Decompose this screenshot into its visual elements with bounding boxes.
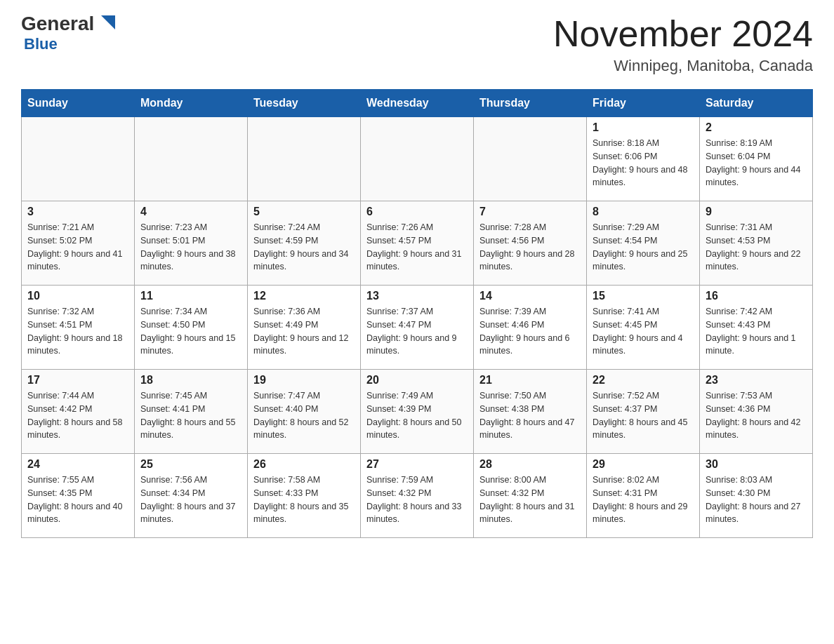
day-number: 24 <box>27 458 128 471</box>
day-info: Sunrise: 7:28 AM Sunset: 4:56 PM Dayligh… <box>479 221 581 274</box>
calendar-week-row: 24Sunrise: 7:55 AM Sunset: 4:35 PM Dayli… <box>22 454 813 538</box>
calendar-cell: 23Sunrise: 7:53 AM Sunset: 4:36 PM Dayli… <box>700 370 813 454</box>
day-info: Sunrise: 7:50 AM Sunset: 4:38 PM Dayligh… <box>479 389 581 442</box>
calendar-cell: 4Sunrise: 7:23 AM Sunset: 5:01 PM Daylig… <box>135 201 248 286</box>
day-number: 3 <box>27 206 128 218</box>
calendar-week-row: 1Sunrise: 8:18 AM Sunset: 6:06 PM Daylig… <box>22 117 813 201</box>
day-number: 28 <box>479 458 581 471</box>
weekday-header-tuesday: Tuesday <box>248 90 361 117</box>
weekday-header-monday: Monday <box>135 90 248 117</box>
calendar-cell: 26Sunrise: 7:58 AM Sunset: 4:33 PM Dayli… <box>248 454 361 538</box>
calendar-cell <box>361 117 474 201</box>
day-number: 4 <box>140 206 241 218</box>
weekday-header-friday: Friday <box>587 90 700 117</box>
day-number: 5 <box>253 206 355 218</box>
calendar-cell: 13Sunrise: 7:37 AM Sunset: 4:47 PM Dayli… <box>361 286 474 370</box>
calendar-cell: 25Sunrise: 7:56 AM Sunset: 4:34 PM Dayli… <box>135 454 248 538</box>
calendar-cell: 30Sunrise: 8:03 AM Sunset: 4:30 PM Dayli… <box>700 454 813 538</box>
day-info: Sunrise: 7:36 AM Sunset: 4:49 PM Dayligh… <box>253 305 355 358</box>
calendar-cell: 7Sunrise: 7:28 AM Sunset: 4:56 PM Daylig… <box>474 201 587 286</box>
day-info: Sunrise: 7:49 AM Sunset: 4:39 PM Dayligh… <box>366 389 468 442</box>
day-number: 26 <box>253 458 355 471</box>
day-info: Sunrise: 7:26 AM Sunset: 4:57 PM Dayligh… <box>366 221 468 274</box>
calendar-cell: 5Sunrise: 7:24 AM Sunset: 4:59 PM Daylig… <box>248 201 361 286</box>
calendar-cell: 14Sunrise: 7:39 AM Sunset: 4:46 PM Dayli… <box>474 286 587 370</box>
day-number: 22 <box>593 374 694 387</box>
calendar-cell: 9Sunrise: 7:31 AM Sunset: 4:53 PM Daylig… <box>700 201 813 286</box>
calendar-cell: 11Sunrise: 7:34 AM Sunset: 4:50 PM Dayli… <box>135 286 248 370</box>
calendar-cell <box>248 117 361 201</box>
day-info: Sunrise: 7:42 AM Sunset: 4:43 PM Dayligh… <box>706 305 807 358</box>
day-number: 12 <box>253 290 355 302</box>
day-number: 19 <box>253 374 355 387</box>
calendar-cell: 10Sunrise: 7:32 AM Sunset: 4:51 PM Dayli… <box>22 286 135 370</box>
title-area: November 2024 Winnipeg, Manitoba, Canada <box>553 14 813 75</box>
calendar-cell: 12Sunrise: 7:36 AM Sunset: 4:49 PM Dayli… <box>248 286 361 370</box>
weekday-header-thursday: Thursday <box>474 90 587 117</box>
day-number: 21 <box>479 374 581 387</box>
calendar-week-row: 10Sunrise: 7:32 AM Sunset: 4:51 PM Dayli… <box>22 286 813 370</box>
day-info: Sunrise: 7:59 AM Sunset: 4:32 PM Dayligh… <box>366 474 468 526</box>
calendar-cell: 22Sunrise: 7:52 AM Sunset: 4:37 PM Dayli… <box>587 370 700 454</box>
calendar-week-row: 17Sunrise: 7:44 AM Sunset: 4:42 PM Dayli… <box>22 370 813 454</box>
calendar-cell: 27Sunrise: 7:59 AM Sunset: 4:32 PM Dayli… <box>361 454 474 538</box>
calendar-week-row: 3Sunrise: 7:21 AM Sunset: 5:02 PM Daylig… <box>22 201 813 286</box>
day-info: Sunrise: 7:45 AM Sunset: 4:41 PM Dayligh… <box>140 389 241 442</box>
page-title: November 2024 <box>553 14 813 54</box>
calendar-cell <box>135 117 248 201</box>
day-info: Sunrise: 8:03 AM Sunset: 4:30 PM Dayligh… <box>706 474 807 526</box>
day-info: Sunrise: 8:02 AM Sunset: 4:31 PM Dayligh… <box>593 474 694 526</box>
day-number: 15 <box>593 290 694 302</box>
calendar-cell: 6Sunrise: 7:26 AM Sunset: 4:57 PM Daylig… <box>361 201 474 286</box>
weekday-header-row: SundayMondayTuesdayWednesdayThursdayFrid… <box>22 90 813 117</box>
day-info: Sunrise: 7:47 AM Sunset: 4:40 PM Dayligh… <box>253 389 355 442</box>
day-number: 8 <box>593 206 694 218</box>
weekday-header-saturday: Saturday <box>700 90 813 117</box>
day-info: Sunrise: 7:55 AM Sunset: 4:35 PM Dayligh… <box>27 474 128 526</box>
day-info: Sunrise: 7:52 AM Sunset: 4:37 PM Dayligh… <box>593 389 694 442</box>
weekday-header-wednesday: Wednesday <box>361 90 474 117</box>
day-info: Sunrise: 8:18 AM Sunset: 6:06 PM Dayligh… <box>593 137 694 189</box>
calendar-cell: 8Sunrise: 7:29 AM Sunset: 4:54 PM Daylig… <box>587 201 700 286</box>
calendar-cell: 3Sunrise: 7:21 AM Sunset: 5:02 PM Daylig… <box>22 201 135 286</box>
day-info: Sunrise: 7:39 AM Sunset: 4:46 PM Dayligh… <box>479 305 581 358</box>
calendar-cell: 2Sunrise: 8:19 AM Sunset: 6:04 PM Daylig… <box>700 117 813 201</box>
calendar-cell: 18Sunrise: 7:45 AM Sunset: 4:41 PM Dayli… <box>135 370 248 454</box>
day-number: 11 <box>140 290 241 302</box>
day-number: 20 <box>366 374 468 387</box>
day-number: 13 <box>366 290 468 302</box>
day-number: 30 <box>706 458 807 471</box>
calendar-cell: 29Sunrise: 8:02 AM Sunset: 4:31 PM Dayli… <box>587 454 700 538</box>
day-info: Sunrise: 7:34 AM Sunset: 4:50 PM Dayligh… <box>140 305 241 358</box>
day-number: 2 <box>706 121 807 134</box>
logo: General Blue <box>21 14 118 53</box>
day-info: Sunrise: 7:41 AM Sunset: 4:45 PM Dayligh… <box>593 305 694 358</box>
day-number: 6 <box>366 206 468 218</box>
day-info: Sunrise: 8:00 AM Sunset: 4:32 PM Dayligh… <box>479 474 581 526</box>
calendar-cell: 16Sunrise: 7:42 AM Sunset: 4:43 PM Dayli… <box>700 286 813 370</box>
calendar-cell: 1Sunrise: 8:18 AM Sunset: 6:06 PM Daylig… <box>587 117 700 201</box>
day-info: Sunrise: 7:21 AM Sunset: 5:02 PM Dayligh… <box>27 221 128 274</box>
day-number: 29 <box>593 458 694 471</box>
day-number: 27 <box>366 458 468 471</box>
day-number: 9 <box>706 206 807 218</box>
day-number: 14 <box>479 290 581 302</box>
calendar-cell: 24Sunrise: 7:55 AM Sunset: 4:35 PM Dayli… <box>22 454 135 538</box>
calendar-cell: 28Sunrise: 8:00 AM Sunset: 4:32 PM Dayli… <box>474 454 587 538</box>
day-number: 25 <box>140 458 241 471</box>
day-number: 23 <box>706 374 807 387</box>
calendar-cell: 17Sunrise: 7:44 AM Sunset: 4:42 PM Dayli… <box>22 370 135 454</box>
day-info: Sunrise: 7:24 AM Sunset: 4:59 PM Dayligh… <box>253 221 355 274</box>
day-info: Sunrise: 7:56 AM Sunset: 4:34 PM Dayligh… <box>140 474 241 526</box>
calendar-body: 1Sunrise: 8:18 AM Sunset: 6:06 PM Daylig… <box>22 117 813 538</box>
day-info: Sunrise: 7:23 AM Sunset: 5:01 PM Dayligh… <box>140 221 241 274</box>
calendar-cell: 15Sunrise: 7:41 AM Sunset: 4:45 PM Dayli… <box>587 286 700 370</box>
day-number: 17 <box>27 374 128 387</box>
calendar-cell <box>22 117 135 201</box>
day-info: Sunrise: 7:53 AM Sunset: 4:36 PM Dayligh… <box>706 389 807 442</box>
logo-triangle-icon <box>95 11 118 34</box>
day-info: Sunrise: 7:32 AM Sunset: 4:51 PM Dayligh… <box>27 305 128 358</box>
day-info: Sunrise: 8:19 AM Sunset: 6:04 PM Dayligh… <box>706 137 807 189</box>
day-info: Sunrise: 7:31 AM Sunset: 4:53 PM Dayligh… <box>706 221 807 274</box>
day-number: 10 <box>27 290 128 302</box>
